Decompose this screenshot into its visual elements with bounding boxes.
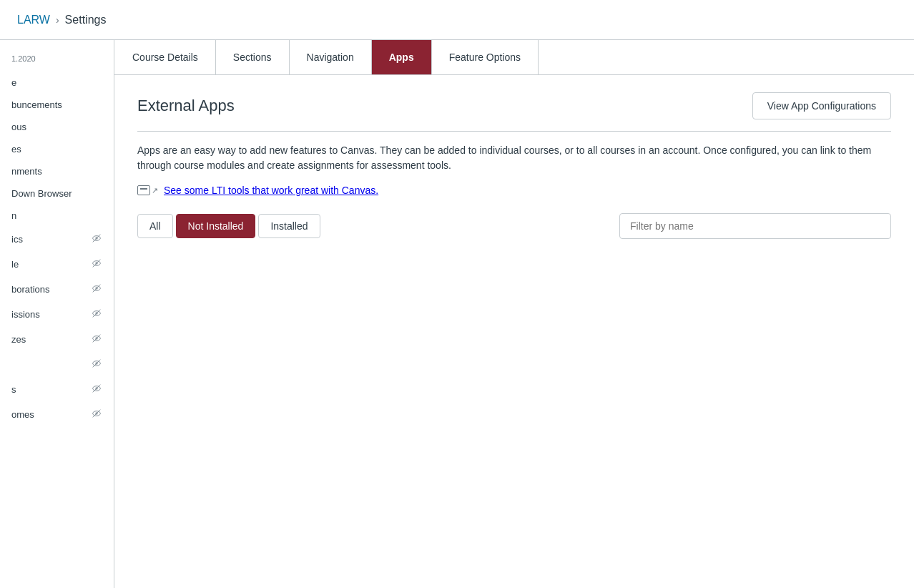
page-content: External Apps View App Configurations Ap… <box>114 75 914 256</box>
filter-by-name-input[interactable] <box>619 213 891 239</box>
main-layout: 1.2020 e buncements ous es nments Down B… <box>0 40 914 588</box>
content-area: Course Details Sections Navigation Apps … <box>114 40 914 588</box>
sidebar-item-label-7: ics <box>11 234 23 245</box>
sidebar-item-11[interactable]: zes <box>0 327 114 352</box>
sidebar-item-7[interactable]: ics <box>0 227 114 252</box>
eye-icon-13 <box>91 383 102 396</box>
tab-feature-options[interactable]: Feature Options <box>432 40 539 74</box>
lti-tools-link[interactable]: See some LTI tools that work great with … <box>164 185 378 196</box>
sidebar-item-label-4: nments <box>11 166 42 177</box>
sidebar-item-label-14: omes <box>11 409 34 420</box>
sidebar-item-label-0: e <box>11 77 16 88</box>
card-icon <box>137 185 150 195</box>
sidebar-item-0[interactable]: e <box>0 72 114 94</box>
filter-row: All Not Installed Installed <box>137 213 891 239</box>
sidebar-item-6[interactable]: n <box>0 205 114 227</box>
filter-tabs: All Not Installed Installed <box>137 214 320 238</box>
sidebar-item-label-3: es <box>11 144 21 155</box>
sidebar-item-label-2: ous <box>11 122 26 132</box>
sidebar-item-9[interactable]: borations <box>0 277 114 302</box>
external-link-icon: ↗ <box>152 186 158 195</box>
external-apps-header: External Apps View App Configurations <box>137 92 891 132</box>
sidebar-item-5[interactable]: Down Browser <box>0 182 114 205</box>
eye-icon-14 <box>91 408 102 421</box>
tab-sections[interactable]: Sections <box>216 40 290 74</box>
apps-description: Apps are an easy way to add new features… <box>137 143 891 173</box>
sidebar-item-8[interactable]: le <box>0 252 114 277</box>
tabs-bar: Course Details Sections Navigation Apps … <box>114 40 914 75</box>
eye-icon-8 <box>91 258 102 271</box>
eye-icon-9 <box>91 283 102 296</box>
sidebar-item-label-10: issions <box>11 309 40 320</box>
sidebar: 1.2020 e buncements ous es nments Down B… <box>0 40 114 588</box>
sidebar-item-label-8: le <box>11 259 19 270</box>
sidebar-item-label-5: Down Browser <box>11 188 72 199</box>
lti-link-row: ↗ See some LTI tools that work great wit… <box>137 185 891 196</box>
sidebar-date: 1.2020 <box>0 52 114 72</box>
filter-tab-not-installed[interactable]: Not Installed <box>176 214 256 238</box>
breadcrumb-current: Settings <box>65 14 107 26</box>
breadcrumb-app-link[interactable]: LARW <box>17 14 50 26</box>
sidebar-item-12[interactable] <box>0 352 114 377</box>
sidebar-item-label-1: buncements <box>11 99 62 110</box>
view-app-configurations-button[interactable]: View App Configurations <box>752 92 891 119</box>
sidebar-item-13[interactable]: s <box>0 377 114 402</box>
sidebar-item-1[interactable]: buncements <box>0 94 114 116</box>
eye-icon-11 <box>91 333 102 346</box>
sidebar-item-10[interactable]: issions <box>0 302 114 327</box>
tab-navigation[interactable]: Navigation <box>290 40 372 74</box>
breadcrumb-separator: › <box>56 14 59 26</box>
eye-icon-12 <box>91 358 102 371</box>
page-title: External Apps <box>137 97 235 115</box>
sidebar-item-label-11: zes <box>11 334 26 345</box>
filter-tab-all[interactable]: All <box>137 214 173 238</box>
lti-link-icons: ↗ <box>137 185 158 195</box>
sidebar-item-label-13: s <box>11 384 16 395</box>
sidebar-item-4[interactable]: nments <box>0 160 114 182</box>
tab-course-details[interactable]: Course Details <box>114 40 216 74</box>
breadcrumb-bar: LARW › Settings <box>0 0 914 40</box>
sidebar-item-14[interactable]: omes <box>0 402 114 427</box>
tab-apps[interactable]: Apps <box>372 40 432 74</box>
sidebar-item-label-6: n <box>11 210 16 221</box>
sidebar-item-3[interactable]: es <box>0 138 114 160</box>
sidebar-item-2[interactable]: ous <box>0 116 114 138</box>
sidebar-item-label-9: borations <box>11 284 49 295</box>
filter-tab-installed[interactable]: Installed <box>258 214 320 238</box>
eye-icon-10 <box>91 308 102 321</box>
eye-icon-7 <box>91 232 102 246</box>
